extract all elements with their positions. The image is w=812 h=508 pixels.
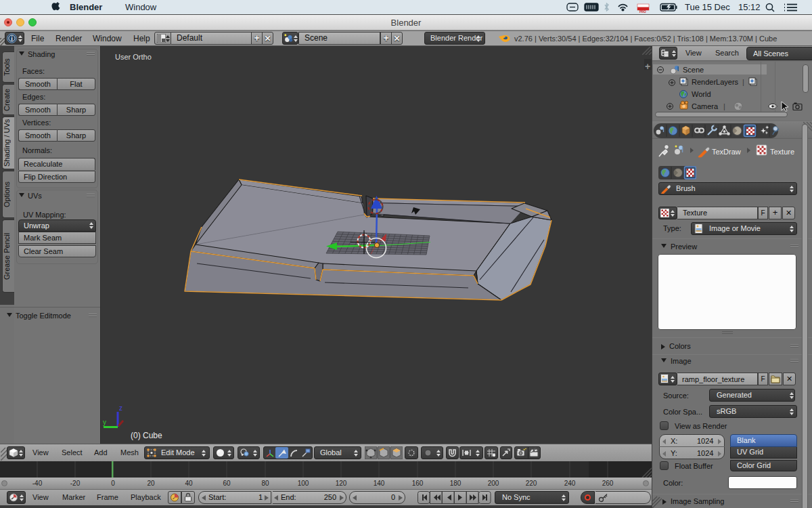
svg-text:|: | bbox=[742, 78, 744, 86]
svg-text:Camera: Camera bbox=[692, 102, 719, 110]
svg-text:PRO: PRO bbox=[639, 10, 646, 14]
svg-text:Scene: Scene bbox=[683, 66, 704, 74]
svg-text:|: | bbox=[723, 102, 725, 110]
svg-text:TexDraw: TexDraw bbox=[712, 148, 741, 156]
svg-text:i: i bbox=[11, 35, 13, 42]
svg-text:y: y bbox=[103, 419, 106, 426]
svg-text:World: World bbox=[692, 90, 711, 98]
svg-text:RenderLayers: RenderLayers bbox=[692, 78, 739, 86]
svg-text:z: z bbox=[119, 404, 122, 412]
svg-text:Texture: Texture bbox=[770, 148, 794, 156]
